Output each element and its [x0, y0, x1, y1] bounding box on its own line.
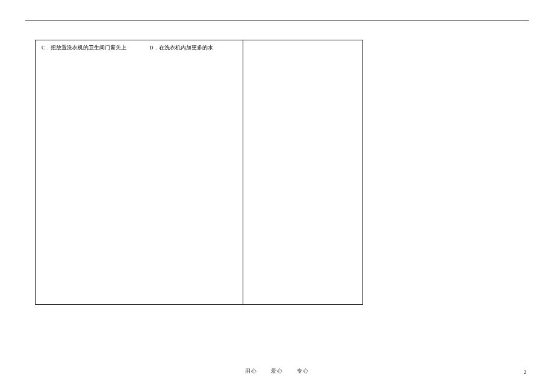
- options-row: C．把放置洗衣机的卫生间门窗关上 D．在洗衣机内加更多的水: [42, 43, 237, 52]
- left-column: C．把放置洗衣机的卫生间门窗关上 D．在洗衣机内加更多的水: [36, 40, 243, 304]
- right-column: [243, 40, 363, 304]
- top-horizontal-rule: [25, 20, 529, 21]
- motto-3: 专心: [297, 368, 309, 374]
- motto-2: 爱心: [271, 368, 283, 374]
- option-c: C．把放置洗衣机的卫生间门窗关上: [42, 43, 126, 52]
- motto-1: 用心: [245, 368, 257, 374]
- page-number: 2: [524, 369, 527, 375]
- option-d: D．在洗衣机内加更多的水: [149, 43, 213, 52]
- footer-motto: 用心 爱心 专心: [0, 367, 554, 375]
- content-table: C．把放置洗衣机的卫生间门窗关上 D．在洗衣机内加更多的水: [35, 40, 363, 305]
